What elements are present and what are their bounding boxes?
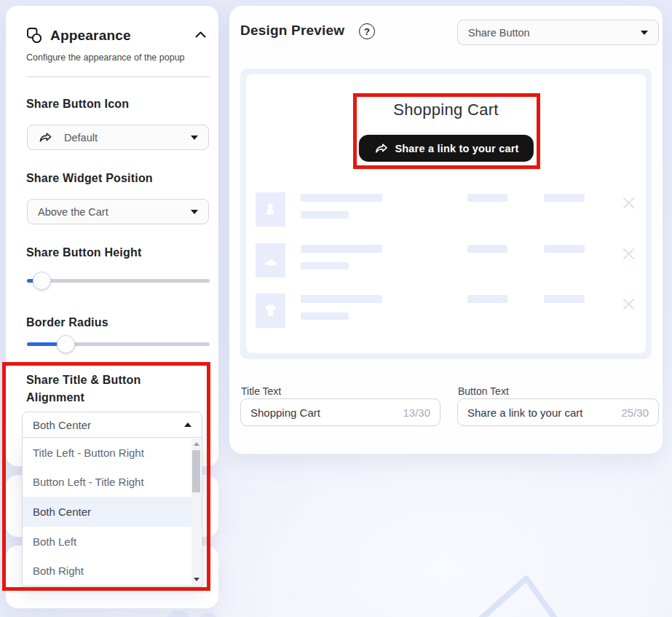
shapes-icon [26, 27, 43, 44]
scrollbar-down-arrow-icon[interactable] [191, 574, 201, 585]
cart-title: Shopping Cart [246, 101, 646, 119]
option-both-left[interactable]: Both Left [23, 527, 202, 557]
widget-position-value: Above the Cart [38, 206, 108, 218]
preview-target-value: Share Button [468, 27, 530, 39]
remove-item-x-icon[interactable] [622, 196, 636, 210]
skeleton-product-row [246, 192, 646, 227]
alignment-selected-value: Both Center [33, 419, 91, 431]
remove-item-x-icon[interactable] [622, 297, 636, 311]
dress-icon [256, 192, 285, 227]
skeleton-product-row [246, 243, 646, 278]
option-title-left-button-right[interactable]: Title Left - Button Right [23, 438, 202, 468]
design-preview-title: Design Preview [240, 23, 344, 39]
button-text-label: Button Text [458, 385, 509, 397]
slider-thumb[interactable] [57, 335, 75, 353]
help-icon[interactable]: ? [359, 23, 375, 39]
appearance-panel: Appearance Configure the appearance of t… [6, 6, 218, 466]
preview-cart-panel: Shopping Cart Share a link to your cart [246, 74, 646, 353]
chevron-down-icon [191, 210, 198, 214]
button-text-field: 25/30 [457, 398, 659, 426]
skeleton-bar [544, 295, 585, 303]
button-height-slider[interactable] [27, 272, 210, 290]
background-circle-decoration [166, 610, 191, 617]
chevron-down-icon [641, 31, 648, 35]
share-button-icon-dropdown[interactable]: Default [27, 125, 209, 150]
option-both-center[interactable]: Both Center [23, 497, 202, 527]
divider [26, 76, 210, 77]
skeleton-bar [301, 211, 349, 219]
skeleton-bar [467, 245, 507, 253]
skeleton-bar [301, 194, 382, 202]
title-text-label: Title Text [241, 385, 281, 397]
preview-frame: Shopping Cart Share a link to your cart [240, 68, 652, 359]
share-cart-button-label: Share a link to your cart [395, 143, 518, 154]
title-text-field: 13/30 [240, 398, 440, 426]
listbox-scrollbar[interactable] [191, 439, 201, 585]
background-triangle-decoration [448, 570, 593, 617]
preview-target-dropdown[interactable]: Share Button [457, 20, 659, 45]
chevron-down-icon [191, 135, 198, 140]
alignment-label: Share Title & Button Alignment [26, 372, 197, 406]
skeleton-bar [301, 295, 382, 303]
option-both-right[interactable]: Both Right [23, 556, 202, 586]
alignment-select[interactable]: Both Center [22, 412, 202, 438]
slider-track[interactable] [27, 279, 210, 283]
border-radius-slider[interactable] [27, 335, 210, 353]
button-char-counter: 25/30 [621, 406, 649, 419]
button-text-input[interactable] [467, 406, 615, 419]
button-height-label: Share Button Height [26, 246, 141, 259]
share-arrow-icon [373, 142, 388, 154]
panel-title: Appearance [50, 28, 131, 44]
remove-item-x-icon[interactable] [622, 247, 636, 261]
widget-position-dropdown[interactable]: Above the Cart [27, 199, 209, 224]
title-char-counter: 13/30 [403, 406, 430, 419]
option-button-left-title-right[interactable]: Button Left - Title Right [23, 468, 202, 498]
skeleton-bar [467, 194, 507, 202]
title-text-input[interactable] [250, 406, 397, 419]
skeleton-product-row [246, 294, 646, 329]
share-cart-button[interactable]: Share a link to your cart [358, 135, 533, 162]
alignment-options-listbox: Title Left - Button Right Button Left - … [22, 438, 202, 586]
skeleton-bar [301, 262, 349, 270]
skeleton-bar [544, 194, 585, 202]
share-button-icon-label: Share Button Icon [26, 98, 129, 111]
skeleton-bar [301, 245, 382, 253]
widget-position-label: Share Widget Position [26, 172, 153, 185]
panel-subtitle: Configure the appearance of the popup [26, 52, 185, 63]
app-canvas: Add custom CSS to modify the Share Butto… [0, 0, 672, 617]
skeleton-bar [467, 295, 507, 303]
skeleton-bar [301, 313, 349, 320]
tshirt-icon [256, 294, 285, 328]
collapse-chevron-up-icon[interactable] [195, 31, 206, 38]
slider-thumb[interactable] [33, 272, 51, 290]
share-button-icon-value: Default [64, 132, 98, 144]
scrollbar-thumb[interactable] [192, 450, 200, 492]
skeleton-bar [544, 245, 585, 253]
chevron-up-icon [184, 423, 191, 427]
hat-icon [256, 243, 285, 278]
share-arrow-icon [38, 131, 52, 144]
scrollbar-up-arrow-icon[interactable] [191, 439, 201, 449]
background-circle-decoration [198, 613, 218, 617]
border-radius-label: Border Radius [26, 316, 108, 329]
